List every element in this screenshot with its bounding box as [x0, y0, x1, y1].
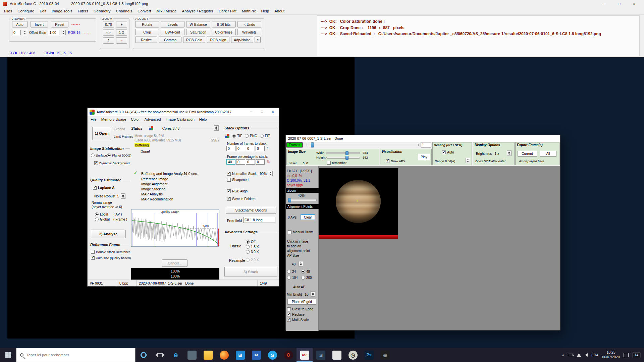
menu-item[interactable]: Analyze / Register [179, 8, 216, 14]
menu-item[interactable]: Memory Usage [99, 117, 129, 122]
zoom-value-button[interactable]: 0.70 [103, 21, 114, 27]
adjust-button[interactable]: RGB align [207, 37, 229, 43]
updown-spinner-icon[interactable] [121, 193, 125, 199]
double-stack-checkbox[interactable]: Double Stack Reference [91, 250, 130, 254]
adjust-button[interactable]: Wavelets [237, 29, 261, 35]
draw-aps-checkbox[interactable]: Draw AP's [386, 159, 406, 163]
zoom-help-button[interactable]: ? [103, 37, 114, 44]
percentage-input[interactable]: 0 [256, 159, 265, 165]
replace-checkbox[interactable]: Replace [287, 313, 305, 316]
adjust-button[interactable]: RGB Gain [183, 37, 205, 43]
frames-panel-title[interactable]: 2020-07-06-0007_1-S-L.ser Done [286, 135, 560, 142]
export-all-button[interactable]: All [540, 151, 556, 157]
adjust-button[interactable]: 8-16 bits [212, 21, 236, 27]
adjust-button[interactable]: Adp-Noise [231, 37, 253, 43]
adjust-c-button[interactable]: c [255, 37, 261, 43]
gain-value-input[interactable]: 1.00 [48, 30, 59, 35]
tray-expand-icon[interactable]: ∧ [562, 353, 564, 357]
dynamic-background-checkbox[interactable]: Dynamic Background [94, 161, 129, 165]
stack-name-options-button[interactable]: Stack(name) Options [226, 207, 276, 214]
zoom-1x-button[interactable]: 1 X [116, 29, 127, 36]
auto-button[interactable]: Auto [12, 21, 28, 27]
menu-item[interactable]: MathPix [239, 8, 259, 14]
zoom-slider-thumb[interactable] [288, 198, 291, 202]
png-radio[interactable]: PNG [245, 134, 257, 138]
maximize-button[interactable] [612, 0, 627, 8]
resample-20x-radio[interactable]: 2.0 X [246, 258, 259, 262]
menu-item[interactable]: Color [128, 117, 142, 122]
surface-radio[interactable]: Surface [91, 154, 107, 157]
taskbar-app-button[interactable]: ✉ [248, 348, 264, 362]
auto-size-checkbox[interactable]: Auto size (quality based) [91, 256, 131, 260]
adjust-button[interactable]: Levels [161, 21, 184, 27]
volume-icon[interactable] [585, 353, 588, 357]
adjust-button[interactable]: Crop [135, 29, 159, 35]
menu-item[interactable]: Edit [37, 8, 49, 14]
gain-spinner-icon[interactable] [61, 30, 66, 35]
task-view-button[interactable] [152, 348, 168, 362]
menu-item[interactable]: File [88, 117, 99, 122]
ap-size-200-radio[interactable]: 200 [301, 276, 312, 280]
height-slider[interactable] [326, 157, 360, 159]
place-ap-grid-button[interactable]: Place AP grid [287, 299, 316, 305]
reset-button[interactable]: Reset [51, 21, 68, 27]
sharpened-checkbox[interactable]: Sharpened [227, 178, 249, 182]
taskbar-app-button[interactable] [200, 348, 216, 362]
menu-item[interactable]: Filters [75, 8, 91, 14]
offset-spinner-icon[interactable] [23, 30, 27, 35]
taskbar-app-button[interactable]: AS! [297, 348, 313, 362]
menu-item[interactable]: Help [197, 117, 209, 122]
width-slider-thumb[interactable] [345, 151, 348, 155]
tif-radio[interactable]: TIF [232, 134, 242, 138]
local-ap-radio[interactable]: Local ( AP ) [95, 213, 122, 216]
autostakkert-titlebar[interactable]: AutoStakkert! 3.0.14 (x64) - free for no… [88, 108, 279, 116]
menu-item[interactable]: Channels [113, 8, 135, 14]
menu-item[interactable]: Configure [15, 8, 37, 14]
cancel-button[interactable]: Cancel... [162, 259, 187, 267]
scaling-auto-checkbox[interactable]: Auto [442, 150, 454, 154]
frames-count-input[interactable]: 0 [256, 146, 265, 151]
global-frame-radio[interactable]: Global ( Frame ) [95, 218, 127, 221]
minimize-button[interactable] [597, 0, 612, 8]
clear-aps-button[interactable]: Clear [301, 214, 315, 220]
menu-item[interactable]: Geometry [91, 8, 113, 14]
percentage-input[interactable]: 0 [246, 159, 255, 165]
taskbar-app-button[interactable] [216, 348, 232, 362]
manual-draw-checkbox[interactable]: Manual Draw [288, 230, 313, 234]
menu-item[interactable]: Help [258, 8, 272, 14]
updown-spinner-icon[interactable] [299, 261, 303, 266]
taskbar-app-button[interactable] [184, 348, 200, 362]
updown-spinner-icon[interactable] [466, 158, 470, 163]
ap-size-48-radio[interactable]: 48 [301, 270, 310, 274]
taskbar-app-button[interactable]: O [280, 348, 297, 362]
menu-item[interactable]: Dark / Flat [216, 8, 239, 14]
notification-center-icon[interactable] [624, 353, 629, 357]
rgb-mode-label[interactable]: RGB 16 [68, 31, 80, 35]
frame-image-view[interactable] [319, 168, 398, 239]
percentage-input[interactable]: 0 [236, 159, 245, 165]
frame-slider-thumb[interactable] [311, 142, 314, 147]
menu-item[interactable]: Convert [135, 8, 154, 14]
ap-size-104-radio[interactable]: 104 [287, 276, 298, 280]
save-in-folders-checkbox[interactable]: Save in Folders [227, 197, 255, 201]
width-slider[interactable] [326, 152, 360, 154]
frames-count-input[interactable]: 0 [236, 146, 245, 151]
laplace-checkbox[interactable]: Laplace Δ [93, 186, 115, 190]
notification-badge[interactable]: 14 [632, 352, 641, 358]
network-icon[interactable] [577, 353, 581, 357]
cortana-button[interactable] [136, 348, 152, 362]
expand-label[interactable]: Expand [114, 127, 125, 131]
taskbar-app-button[interactable]: Ps [361, 348, 377, 362]
planet-cog-radio[interactable]: Planet (COG) [107, 154, 131, 157]
frames-count-input[interactable]: 0 [246, 146, 255, 151]
adjust-button[interactable]: Gamma [159, 37, 181, 43]
adjust-button[interactable]: < Undo [237, 21, 261, 27]
search-input[interactable] [26, 353, 131, 357]
taskbar-app-button[interactable]: ◉ [377, 348, 393, 362]
as-maximize-button[interactable] [259, 109, 265, 115]
start-button[interactable] [0, 348, 16, 362]
play-button[interactable]: Play [418, 154, 430, 160]
analyse-button[interactable]: 2) Analyse [91, 230, 126, 238]
menu-item[interactable]: Image Calibration [163, 117, 197, 122]
remember-checkbox[interactable]: remember [327, 161, 346, 165]
